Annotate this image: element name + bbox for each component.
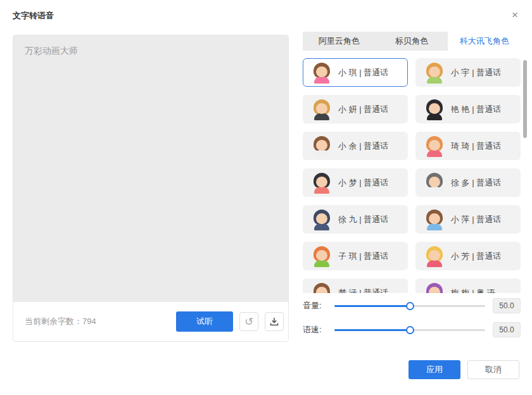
voice-item[interactable]: 子 琪 | 普通话: [303, 242, 408, 270]
voice-label: 小 余 | 普通话: [338, 141, 388, 152]
voice-provider-tabs: 阿里云角色标贝角色科大讯飞角色: [303, 32, 521, 51]
voice-avatar: [311, 209, 332, 230]
voice-item[interactable]: 小 余 | 普通话: [303, 132, 408, 160]
voice-avatar: [311, 99, 332, 120]
voice-avatar: [311, 282, 332, 294]
voice-label: 小 芳 | 普通话: [451, 251, 501, 262]
voice-label: 小 妍 | 普通话: [338, 104, 388, 115]
history-icon: ↺: [244, 317, 253, 327]
voice-label: 徐 多 | 普通话: [451, 177, 501, 189]
voice-item[interactable]: 小 琪 | 普通话: [303, 58, 408, 87]
voice-avatar: [311, 135, 332, 157]
voice-avatar: [424, 172, 445, 194]
speech-rate-slider[interactable]: [334, 329, 485, 331]
voice-item[interactable]: 梅 梅 | 粤 语: [415, 279, 521, 293]
voice-avatar: [424, 99, 445, 120]
voice-avatar: [311, 172, 332, 194]
voice-item[interactable]: 小 妍 | 普通话: [303, 95, 408, 123]
tab-biaobei[interactable]: 标贝角色: [376, 32, 448, 51]
voice-avatar: [424, 135, 445, 157]
slider-label: 音量:: [303, 298, 322, 313]
speech-rate-slider-thumb[interactable]: [406, 326, 414, 334]
text-input[interactable]: 万彩动画大师: [13, 35, 288, 303]
voice-label: 小 宇 | 普通话: [451, 67, 501, 78]
voice-item[interactable]: 小 梦 | 普通话: [303, 168, 408, 197]
volume-slider-thumb[interactable]: [406, 302, 414, 310]
voice-avatar: [424, 246, 445, 267]
voice-list-scrollbar[interactable]: [523, 60, 527, 138]
close-icon: ×: [512, 9, 518, 20]
download-icon: [270, 317, 279, 326]
voice-item[interactable]: 楚 涵 | 普通话: [303, 279, 408, 293]
cancel-button[interactable]: 取消: [467, 360, 519, 379]
voice-label: 小 琪 | 普通话: [338, 67, 388, 78]
voice-item[interactable]: 小 宇 | 普通话: [415, 58, 521, 87]
volume-slider[interactable]: [334, 305, 485, 307]
preview-button[interactable]: 试听: [176, 311, 233, 332]
voice-label: 楚 涵 | 普通话: [338, 287, 388, 294]
voice-label: 小 萍 | 普通话: [451, 214, 501, 225]
voice-label: 琦 琦 | 普通话: [451, 141, 501, 152]
voice-avatar: [424, 209, 445, 230]
voice-avatar: [311, 246, 332, 267]
history-button[interactable]: ↺: [239, 312, 258, 331]
close-button[interactable]: ×: [508, 8, 522, 22]
voice-label: 小 梦 | 普通话: [338, 177, 388, 189]
speech-rate-slider-row: 语速:50.0: [303, 322, 521, 337]
voice-label: 徐 九 | 普通话: [338, 214, 388, 225]
text-editor-card: 万彩动画大师 当前剩余字数：794 试听 ↺: [13, 35, 289, 342]
voice-label: 梅 梅 | 粤 语: [451, 287, 495, 294]
tab-iflytek[interactable]: 科大讯飞角色: [448, 32, 521, 51]
editor-footer: 当前剩余字数：794 试听 ↺: [13, 302, 288, 341]
voice-item[interactable]: 小 萍 | 普通话: [415, 205, 521, 234]
remaining-count: 当前剩余字数：794: [25, 302, 96, 341]
voice-item[interactable]: 琦 琦 | 普通话: [415, 132, 521, 160]
slider-label: 语速:: [303, 322, 322, 337]
apply-button[interactable]: 应用: [408, 360, 460, 379]
voice-item[interactable]: 徐 多 | 普通话: [415, 168, 521, 197]
voice-avatar: [424, 62, 445, 84]
voice-avatar: [424, 282, 445, 294]
voice-avatar: [311, 62, 332, 84]
voice-item[interactable]: 小 芳 | 普通话: [415, 242, 521, 270]
voice-item[interactable]: 徐 九 | 普通话: [303, 205, 408, 234]
voice-item[interactable]: 艳 艳 | 普通话: [415, 95, 521, 123]
voice-list: 小 琪 | 普通话小 宇 | 普通话小 妍 | 普通话艳 艳 | 普通话小 余 …: [303, 58, 521, 293]
voice-panel: 阿里云角色标贝角色科大讯飞角色 小 琪 | 普通话小 宇 | 普通话小 妍 | …: [303, 32, 521, 386]
dialog-title: 文字转语音: [13, 10, 54, 22]
voice-label: 艳 艳 | 普通话: [451, 104, 501, 115]
volume-slider-row: 音量:50.0: [303, 298, 521, 313]
tab-alicloud[interactable]: 阿里云角色: [303, 32, 376, 51]
speech-rate-value: 50.0: [493, 322, 521, 337]
volume-value: 50.0: [493, 298, 521, 313]
download-button[interactable]: [265, 312, 284, 331]
voice-label: 子 琪 | 普通话: [338, 251, 388, 262]
